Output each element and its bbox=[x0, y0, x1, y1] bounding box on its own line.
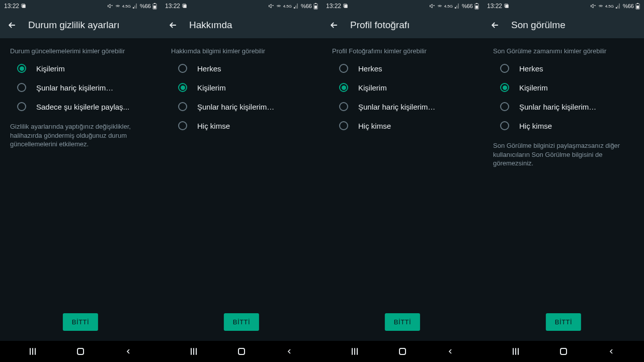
radio-icon bbox=[500, 121, 509, 130]
section-heading: Hakkımda bilgimi kimler görebilir bbox=[161, 47, 322, 59]
content: Profil Fotoğrafımı kimler görebilir Herk… bbox=[322, 38, 483, 341]
battery-icon bbox=[474, 3, 479, 10]
status-bar: 13:22 4.5G %66 bbox=[322, 0, 483, 12]
svg-rect-4 bbox=[153, 6, 156, 9]
app-bar: Durum gizlilik ayarları bbox=[0, 12, 161, 38]
battery-icon bbox=[152, 3, 157, 10]
content: Durum güncellemelerimi kimler görebilir … bbox=[0, 38, 161, 341]
recents-icon[interactable] bbox=[188, 345, 200, 357]
radio-label: Kişilerim bbox=[358, 83, 387, 92]
nav-bar bbox=[483, 341, 644, 362]
radio-option-everyone[interactable]: Herkes bbox=[161, 59, 322, 78]
radio-option-nobody[interactable]: Hiç kimse bbox=[322, 116, 483, 135]
status-time: 13:22 bbox=[487, 3, 502, 10]
radio-option-except[interactable]: Şunlar hariç kişilerim… bbox=[161, 97, 322, 116]
done-button[interactable]: BİTTİ bbox=[224, 313, 259, 331]
radio-icon bbox=[178, 83, 187, 92]
battery-text: %66 bbox=[462, 3, 473, 9]
screen-last-seen: 13:22 4.5G %66 Son görülme Son Görülme z… bbox=[483, 0, 644, 362]
page-title: Hakkımda bbox=[189, 20, 232, 31]
radio-option-nobody[interactable]: Hiç kimse bbox=[483, 116, 644, 135]
radio-option-contacts[interactable]: Kişilerim bbox=[161, 78, 322, 97]
radio-label: Sadece şu kişilerle paylaş... bbox=[36, 103, 129, 111]
recents-icon[interactable] bbox=[349, 345, 361, 357]
lte-icon: 4.5G bbox=[283, 4, 292, 9]
lte-icon: 4.5G bbox=[605, 4, 614, 9]
battery-icon bbox=[313, 3, 318, 10]
back-icon[interactable] bbox=[328, 19, 340, 31]
page-title: Profil fotoğrafı bbox=[350, 20, 410, 31]
radio-icon bbox=[17, 83, 26, 92]
radio-label: Hiç kimse bbox=[519, 122, 552, 130]
radio-icon bbox=[339, 83, 348, 92]
svg-rect-13 bbox=[476, 3, 477, 4]
done-button[interactable]: BİTTİ bbox=[63, 313, 98, 331]
radio-option-nobody[interactable]: Hiç kimse bbox=[161, 116, 322, 135]
wifi-icon bbox=[115, 3, 121, 9]
nav-bar bbox=[161, 341, 322, 362]
screenshot-icon bbox=[504, 4, 510, 9]
radio-option-everyone[interactable]: Herkes bbox=[322, 59, 483, 78]
radio-option-except[interactable]: Şunlar hariç kişilerim… bbox=[0, 78, 161, 97]
signal-icon bbox=[454, 3, 460, 9]
lte-icon: 4.5G bbox=[444, 4, 453, 9]
wifi-icon bbox=[276, 3, 282, 9]
back-nav-icon[interactable] bbox=[283, 345, 295, 357]
signal-icon bbox=[132, 3, 138, 9]
back-nav-icon[interactable] bbox=[122, 345, 134, 357]
home-icon[interactable] bbox=[557, 345, 570, 357]
radio-icon bbox=[178, 121, 187, 130]
back-icon[interactable] bbox=[489, 19, 501, 31]
back-icon[interactable] bbox=[6, 19, 18, 31]
screenshot-icon bbox=[21, 4, 27, 9]
mute-icon bbox=[268, 3, 274, 9]
done-button[interactable]: BİTTİ bbox=[385, 313, 420, 331]
lte-icon: 4.5G bbox=[122, 4, 131, 9]
recents-icon[interactable] bbox=[510, 345, 522, 357]
status-bar: 13:22 4.5G %66 bbox=[161, 0, 322, 12]
nav-bar bbox=[322, 341, 483, 362]
section-heading: Durum güncellemelerimi kimler görebilir bbox=[0, 47, 161, 59]
radio-option-contacts[interactable]: Kişilerim bbox=[322, 78, 483, 97]
app-bar: Hakkımda bbox=[161, 12, 322, 38]
back-nav-icon[interactable] bbox=[605, 345, 617, 357]
radio-option-only[interactable]: Sadece şu kişilerle paylaş... bbox=[0, 97, 161, 116]
radio-icon bbox=[178, 64, 187, 73]
radio-icon bbox=[500, 83, 509, 92]
home-icon[interactable] bbox=[235, 345, 248, 357]
back-nav-icon[interactable] bbox=[444, 345, 456, 357]
radio-option-contacts[interactable]: Kişilerim bbox=[0, 59, 161, 78]
battery-text: %66 bbox=[140, 3, 151, 9]
nav-bar bbox=[0, 341, 161, 362]
status-bar: 13:22 4.5G %66 bbox=[0, 0, 161, 12]
radio-option-except[interactable]: Şunlar hariç kişilerim… bbox=[322, 97, 483, 116]
radio-label: Herkes bbox=[519, 64, 543, 73]
status-time: 13:22 bbox=[326, 3, 341, 10]
page-title: Son görülme bbox=[511, 20, 566, 31]
signal-icon bbox=[293, 3, 299, 9]
svg-rect-3 bbox=[154, 3, 155, 4]
radio-icon bbox=[500, 64, 509, 73]
page-title: Durum gizlilik ayarları bbox=[28, 20, 120, 31]
radio-option-contacts[interactable]: Kişilerim bbox=[483, 78, 644, 97]
back-icon[interactable] bbox=[167, 19, 179, 31]
recents-icon[interactable] bbox=[27, 345, 39, 357]
mute-icon bbox=[107, 3, 113, 9]
status-bar: 13:22 4.5G %66 bbox=[483, 0, 644, 12]
radio-label: Kişilerim bbox=[519, 83, 548, 92]
radio-option-everyone[interactable]: Herkes bbox=[483, 59, 644, 78]
app-bar: Son görülme bbox=[483, 12, 644, 38]
home-icon[interactable] bbox=[74, 345, 87, 357]
radio-label: Herkes bbox=[197, 64, 221, 73]
done-button[interactable]: BİTTİ bbox=[546, 313, 581, 331]
home-icon[interactable] bbox=[396, 345, 409, 357]
privacy-note: Son Görülme bilginizi paylaşmazsanız diğ… bbox=[483, 135, 644, 168]
content: Hakkımda bilgimi kimler görebilir Herkes… bbox=[161, 38, 322, 341]
mute-icon bbox=[590, 3, 596, 9]
radio-label: Hiç kimse bbox=[358, 122, 391, 130]
radio-option-except[interactable]: Şunlar hariç kişilerim… bbox=[483, 97, 644, 116]
screenshot-icon bbox=[182, 4, 188, 9]
radio-label: Şunlar hariç kişilerim… bbox=[36, 83, 113, 92]
radio-label: Şunlar hariç kişilerim… bbox=[197, 103, 274, 111]
content: Son Görülme zamanımı kimler görebilir He… bbox=[483, 38, 644, 341]
